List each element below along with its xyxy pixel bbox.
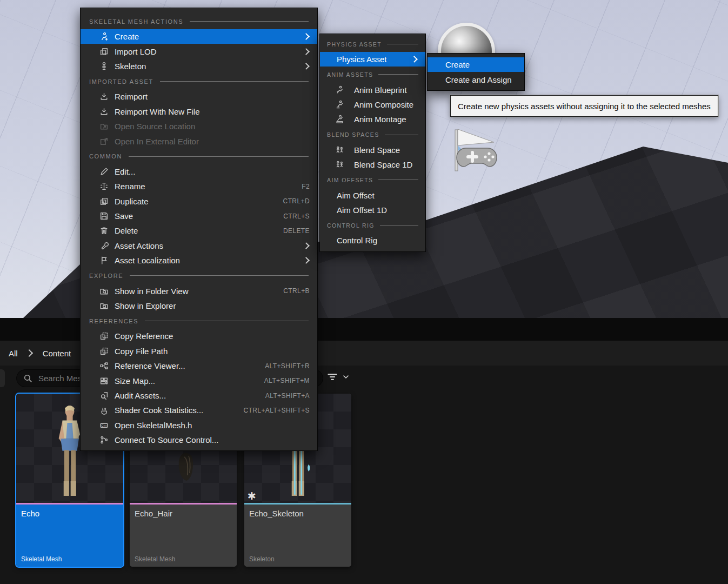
- menu-item-show-in-explorer[interactable]: Show in Explorer: [81, 298, 317, 313]
- menu-item-label: Asset Localization: [115, 256, 180, 265]
- section-title: CONTROL RIG: [327, 222, 375, 229]
- menu-item-asset-localization[interactable]: Asset Localization: [81, 253, 317, 268]
- menu-item-show-in-folder-view[interactable]: Show in Folder ViewCTRL+B: [81, 283, 317, 298]
- section-divider-line: [378, 74, 418, 75]
- section-title: PHYSICS ASSET: [327, 41, 382, 48]
- breadcrumb-item-all[interactable]: All: [5, 349, 21, 358]
- external-link-icon: [99, 137, 109, 146]
- menu-item-label: Copy Reference: [115, 331, 173, 341]
- menu-section-header-common: COMMON: [81, 149, 317, 164]
- menu-item-blend-space[interactable]: Blend Space: [320, 143, 425, 157]
- submenu-arrow-icon: [303, 257, 310, 264]
- section-title: BLEND SPACES: [327, 131, 379, 138]
- flag-icon: [99, 256, 109, 265]
- menu-item-skeleton[interactable]: Skeleton: [81, 59, 317, 74]
- shortcut-label: ALT+SHIFT+R: [265, 362, 310, 370]
- menu-item-blend-space-1d[interactable]: Blend Space 1D: [320, 157, 425, 172]
- menu-item-label: Edit...: [115, 167, 135, 176]
- menu-item-rename[interactable]: RenameF2: [81, 179, 317, 194]
- menu-item-label: Blend Space: [354, 145, 400, 155]
- branch-icon: [99, 435, 109, 444]
- shortcut-label: ALT+SHIFT+M: [264, 377, 310, 384]
- menu-item-anim-composite[interactable]: Anim Composite: [320, 97, 425, 112]
- menu-item-shader-cook-statistics[interactable]: Shader Cook Statistics...CTRL+ALT+SHIFT+…: [81, 403, 317, 417]
- menu-item-label: Delete: [115, 226, 138, 235]
- shortcut-label: CTRL+S: [283, 213, 310, 220]
- menu-item-anim-blueprint[interactable]: Anim Blueprint: [320, 82, 425, 97]
- menu-item-label: Open SkeletalMesh.h: [115, 421, 192, 430]
- menu-item-reimport[interactable]: Reimport: [81, 89, 317, 104]
- player-start-flag: [445, 128, 510, 174]
- person-run-plus-icon: [99, 32, 109, 41]
- menu-item-label: Blend Space 1D: [354, 160, 412, 169]
- menu-item-label: Show in Folder View: [115, 287, 188, 296]
- shortcut-label: F2: [302, 183, 310, 190]
- menu-item-label: Aim Offset: [337, 191, 375, 200]
- section-title: IMPORTED ASSET: [89, 78, 153, 85]
- submenu-arrow-icon: [303, 33, 310, 40]
- steaming-cup-icon: [99, 406, 109, 415]
- wrench-icon: [99, 241, 109, 250]
- section-divider-line: [380, 225, 418, 225]
- chevron-down-icon[interactable]: [342, 373, 350, 381]
- menu-item-label: Rename: [115, 182, 145, 191]
- submenu-arrow-icon: [411, 56, 418, 63]
- menu-item-copy-file-path[interactable]: Copy File Path: [81, 344, 317, 359]
- menu-item-save[interactable]: SaveCTRL+S: [81, 209, 317, 223]
- submenu-arrow-icon: [303, 48, 310, 55]
- anim-blueprint-icon: [334, 85, 345, 95]
- unreal-editor-window: All Content: [0, 0, 728, 584]
- shortcut-label: DELETE: [283, 227, 310, 235]
- menu-item-reference-viewer[interactable]: Reference Viewer...ALT+SHIFT+R: [81, 359, 317, 373]
- filter-icon[interactable]: [326, 371, 338, 383]
- asset-info: Echo Skeletal Mesh: [16, 503, 123, 567]
- import-arrow-icon: [99, 107, 109, 116]
- menu-item-physics-asset[interactable]: Physics Asset: [320, 52, 425, 67]
- menu-item-aim-offset-1d[interactable]: Aim Offset 1D: [320, 203, 425, 217]
- menu-item-delete[interactable]: DeleteDELETE: [81, 223, 317, 238]
- menu-item-duplicate[interactable]: DuplicateCTRL+D: [81, 194, 317, 209]
- search-icon: [23, 374, 32, 383]
- menu-item-open-skeletalmesh-h[interactable]: C++Open SkeletalMesh.h: [81, 418, 317, 433]
- section-title: SKELETAL MESH ACTIONS: [89, 18, 183, 25]
- asset-type-label: Skeletal Mesh: [135, 555, 175, 563]
- submenu-arrow-icon: [303, 63, 310, 70]
- sources-panel-button[interactable]: [0, 369, 5, 387]
- skeletal-mesh-actions-menu: SKELETAL MESH ACTIONSCreateImport LODSke…: [80, 8, 318, 451]
- menu-section-header-imported-asset: IMPORTED ASSET: [81, 74, 317, 89]
- gamepad-icon: [457, 148, 497, 167]
- menu-section-header-anim-assets: ANIM ASSETS: [320, 67, 425, 82]
- menu-item-connect-to-source-control[interactable]: Connect To Source Control...: [81, 433, 317, 447]
- submenu-arrow-icon: [303, 242, 310, 249]
- menu-item-create[interactable]: Create: [428, 57, 524, 72]
- shortcut-label: CTRL+B: [283, 287, 310, 295]
- menu-section-header-skeletal-mesh-actions: SKELETAL MESH ACTIONS: [81, 14, 317, 29]
- shortcut-label: CTRL+D: [283, 197, 310, 205]
- menu-item-size-map[interactable]: Size Map...ALT+SHIFT+M: [81, 373, 317, 388]
- svg-text:C++: C++: [101, 424, 106, 427]
- menu-item-label: Aim Offset 1D: [337, 205, 387, 215]
- menu-item-edit[interactable]: Edit...: [81, 164, 317, 179]
- menu-item-create[interactable]: Create: [81, 29, 317, 44]
- blend-space-icon: [334, 145, 345, 155]
- menu-item-reimport-with-new-file[interactable]: Reimport With New File: [81, 104, 317, 119]
- menu-item-label: Copy File Path: [115, 347, 168, 356]
- menu-item-aim-offset[interactable]: Aim Offset: [320, 188, 425, 202]
- menu-item-import-lod[interactable]: Import LOD: [81, 44, 317, 58]
- menu-item-audit-assets[interactable]: Audit Assets...ALT+SHIFT+A: [81, 388, 317, 403]
- breadcrumb-item-content[interactable]: Content: [39, 349, 75, 358]
- menu-item-label: Control Rig: [337, 236, 377, 245]
- menu-item-open-in-external-editor: Open In External Editor: [81, 134, 317, 148]
- section-divider-line: [378, 180, 418, 180]
- anim-montage-icon: [334, 115, 345, 124]
- menu-item-label: Show in Explorer: [115, 301, 176, 310]
- tooltip-text: Create new physics assets without assign…: [458, 102, 711, 111]
- menu-item-create-and-assign[interactable]: Create and Assign: [428, 72, 524, 87]
- menu-item-copy-reference[interactable]: Copy Reference: [81, 329, 317, 343]
- menu-item-label: Create: [445, 60, 470, 69]
- menu-item-open-source-location: Open Source Location: [81, 119, 317, 134]
- menu-item-anim-montage[interactable]: Anim Montage: [320, 112, 425, 127]
- menu-item-asset-actions[interactable]: Asset Actions: [81, 238, 317, 253]
- menu-item-label: Create and Assign: [445, 75, 512, 84]
- menu-item-control-rig[interactable]: Control Rig: [320, 233, 425, 248]
